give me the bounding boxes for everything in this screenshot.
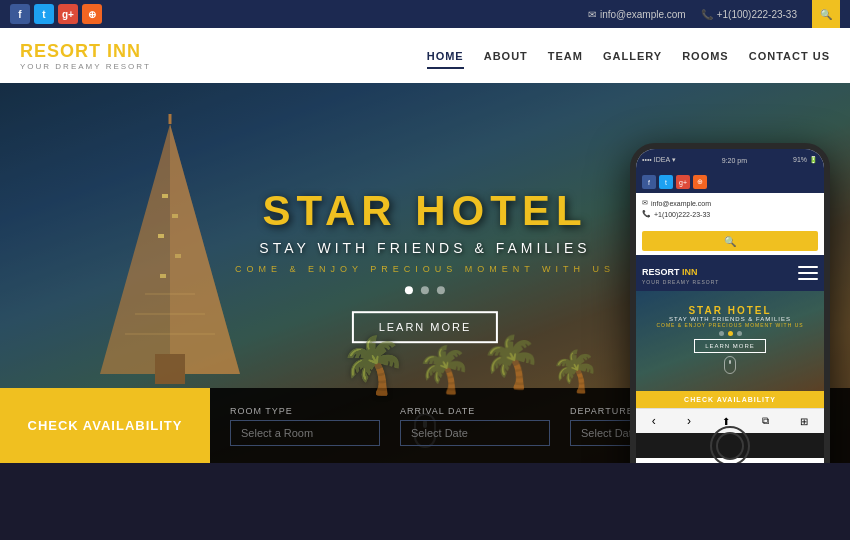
phone-signal: •••• IDEA ▾ xyxy=(642,156,676,164)
svg-rect-0 xyxy=(155,354,185,384)
phone-hero-tagline: COME & ENJOY PRECIOUS MOMENT WITH US xyxy=(656,322,803,328)
logo: RESORT INN YOUR DREAMY RESORT xyxy=(20,41,151,71)
check-availability-label: CHECK AVAILABILITY xyxy=(0,388,210,463)
room-type-input[interactable] xyxy=(230,420,380,446)
phone-hero-section: STAR HOTEL STAY WITH FRIENDS & FAMILIES … xyxy=(636,291,824,391)
hero-content: STAR HOTEL STAY WITH FRIENDS & FAMILIES … xyxy=(235,187,615,343)
hero-tagline: COME & ENJOY PRECIOUS MOMENT WITH US xyxy=(235,264,615,274)
phone-text: +1(100)222-23-33 xyxy=(717,9,797,20)
dot-3[interactable] xyxy=(437,286,445,294)
phone-menu-button[interactable] xyxy=(798,266,818,280)
email-text: info@example.com xyxy=(600,9,686,20)
nav-rooms[interactable]: ROOMS xyxy=(682,45,729,67)
phone-rss-icon[interactable]: ⊕ xyxy=(693,175,707,189)
menu-line-1 xyxy=(798,266,818,268)
twitter-icon[interactable]: t xyxy=(34,4,54,24)
svg-rect-8 xyxy=(175,254,181,258)
phone-scroll-indicator xyxy=(724,356,736,374)
phone-check-availability[interactable]: CHECK AVAILABILITY xyxy=(636,391,824,408)
svg-rect-6 xyxy=(172,214,178,218)
room-type-field: ROOM TYPE xyxy=(230,406,380,446)
phone-back-button[interactable]: ‹ xyxy=(652,414,656,428)
dot-2[interactable] xyxy=(421,286,429,294)
phone-email: info@example.com xyxy=(651,200,711,207)
phone-home-button[interactable] xyxy=(710,426,750,464)
phone-google-icon[interactable]: g+ xyxy=(676,175,690,189)
arrival-date-label: ARRIVAL DATE xyxy=(400,406,550,416)
phone-share-button[interactable]: ⬆ xyxy=(722,416,730,427)
hero-subtitle: STAY WITH FRIENDS & FAMILIES xyxy=(235,240,615,256)
menu-line-3 xyxy=(798,278,818,280)
phone-twitter-icon[interactable]: t xyxy=(659,175,673,189)
phone-hero-content: STAR HOTEL STAY WITH FRIENDS & FAMILIES … xyxy=(656,305,803,377)
menu-line-2 xyxy=(798,272,818,274)
phone-logo-main: RESORT xyxy=(642,267,682,277)
main-nav: HOME ABOUT TEAM GALLERY ROOMS CONTACT US xyxy=(427,45,830,67)
nav-team[interactable]: TEAM xyxy=(548,45,583,67)
phone-logo-accent: INN xyxy=(682,267,698,277)
phone-learn-more[interactable]: LEARN MORE xyxy=(694,339,766,353)
svg-rect-9 xyxy=(160,274,166,278)
phone-facebook-icon[interactable]: f xyxy=(642,175,656,189)
phone-header: RESORT INN YOUR DREAMY RESORT xyxy=(636,255,824,291)
phone-status-bar: •••• IDEA ▾ 9:20 pm 91% 🔋 xyxy=(636,149,824,171)
contact-info: ✉ info@example.com 📞 +1(100)222-23-33 🔍 xyxy=(588,0,840,28)
phone-dot-2[interactable] xyxy=(728,331,733,336)
phone-logo: RESORT INN YOUR DREAMY RESORT xyxy=(642,261,719,285)
social-links: f t g+ ⊕ xyxy=(10,4,102,24)
phone-logo-sub: YOUR DREAMY RESORT xyxy=(642,279,719,285)
hero-title: STAR HOTEL xyxy=(235,187,615,235)
palm-trees: 🌴 🌴 🌴 🌴 xyxy=(339,333,600,398)
rss-icon[interactable]: ⊕ xyxy=(82,4,102,24)
hero-section: 🌴 🌴 🌴 🌴 STAR HOTEL STAY WITH FRIENDS & F… xyxy=(0,83,850,463)
phone-forward-button[interactable]: › xyxy=(687,414,691,428)
google-icon[interactable]: g+ xyxy=(58,4,78,24)
phone-icon: 📞 xyxy=(701,9,713,20)
phone-dot-1[interactable] xyxy=(719,331,724,336)
nav-about[interactable]: ABOUT xyxy=(484,45,528,67)
arrival-date-field: ARRIVAL DATE xyxy=(400,406,550,446)
phone-dot-3[interactable] xyxy=(737,331,742,336)
logo-accent: INN xyxy=(107,41,141,61)
room-type-label: ROOM TYPE xyxy=(230,406,380,416)
phone-mockup: •••• IDEA ▾ 9:20 pm 91% 🔋 f t g+ ⊕ ✉info… xyxy=(630,143,830,463)
nav-home[interactable]: HOME xyxy=(427,45,464,67)
phone-email-info: ✉info@example.com xyxy=(642,199,818,207)
arrival-date-input[interactable] xyxy=(400,420,550,446)
phone-time: 9:20 pm xyxy=(722,157,747,164)
phone-contact-section: ✉info@example.com 📞+1(100)222-23-33 xyxy=(636,193,824,227)
phone-home-button-inner xyxy=(716,432,744,460)
phone-carousel-dots xyxy=(656,331,803,336)
logo-subtitle: YOUR DREAMY RESORT xyxy=(20,62,151,71)
svg-rect-7 xyxy=(158,234,164,238)
phone-hero-title: STAR HOTEL xyxy=(656,305,803,316)
logo-main: RESORT xyxy=(20,41,101,61)
nav-contact[interactable]: CONTACT US xyxy=(749,45,830,67)
phone-phone: +1(100)222-23-33 xyxy=(654,211,710,218)
svg-rect-5 xyxy=(162,194,168,198)
phone-social-bar: f t g+ ⊕ xyxy=(636,171,824,193)
phone-home-area xyxy=(636,433,824,458)
facebook-icon[interactable]: f xyxy=(10,4,30,24)
phone-phone-info: 📞+1(100)222-23-33 xyxy=(642,210,818,218)
email-info: ✉ info@example.com xyxy=(588,9,686,20)
hero-carousel-dots xyxy=(235,286,615,294)
phone-search-bar[interactable]: 🔍 xyxy=(642,231,818,251)
header: RESORT INN YOUR DREAMY RESORT HOME ABOUT… xyxy=(0,28,850,83)
phone-info: 📞 +1(100)222-23-33 xyxy=(701,9,797,20)
nav-gallery[interactable]: GALLERY xyxy=(603,45,662,67)
phone-tabs-button[interactable]: ⧉ xyxy=(762,415,769,427)
top-bar: f t g+ ⊕ ✉ info@example.com 📞 +1(100)222… xyxy=(0,0,850,28)
email-icon: ✉ xyxy=(588,9,596,20)
building-illustration xyxy=(80,114,260,398)
phone-screen: •••• IDEA ▾ 9:20 pm 91% 🔋 f t g+ ⊕ ✉info… xyxy=(636,149,824,463)
phone-scroll-dot xyxy=(729,360,731,364)
logo-title: RESORT INN xyxy=(20,41,151,62)
phone-bookmark-button[interactable]: ⊞ xyxy=(800,416,808,427)
dot-1[interactable] xyxy=(405,286,413,294)
phone-battery: 91% 🔋 xyxy=(793,156,818,164)
search-button[interactable]: 🔍 xyxy=(812,0,840,28)
